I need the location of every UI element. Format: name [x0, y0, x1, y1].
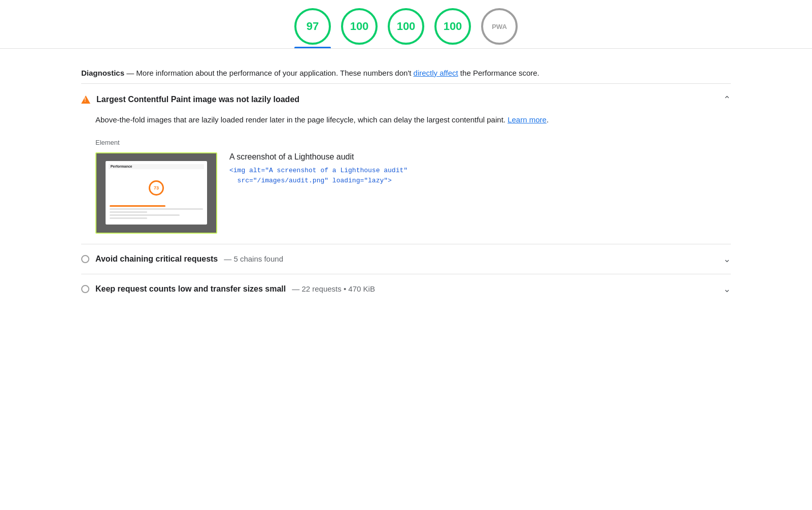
chevron-up-icon: ⌃ [723, 94, 731, 105]
audit-resource-title-row: Keep request counts low and transfer siz… [81, 284, 375, 294]
active-tab-indicator [294, 47, 331, 48]
element-info: A screenshot of a Lighthouse audit <img … [229, 152, 731, 187]
learn-more-link[interactable]: Learn more [507, 115, 547, 124]
chevron-down-icon-2: ⌄ [723, 283, 731, 295]
audit-resource-header[interactable]: Keep request counts low and transfer siz… [81, 283, 731, 295]
element-code: <img alt="A screenshot of a Lighthouse a… [229, 166, 731, 187]
neutral-icon-1 [81, 255, 89, 263]
score-best-practices: 100 [388, 8, 424, 45]
fake-line-5 [110, 217, 147, 219]
fake-line-3 [110, 211, 147, 213]
fake-screenshot: 73 Performance [96, 153, 216, 233]
tab-performance[interactable]: 97 [294, 8, 331, 45]
diagnostics-section: Diagnostics — More information about the… [81, 55, 731, 83]
fake-lines [110, 205, 204, 220]
inactive-tab-indicator-2 [388, 47, 424, 48]
score-accessibility: 100 [341, 8, 378, 45]
score-seo: 100 [434, 8, 471, 45]
diagnostics-description: — More information about the performance… [124, 69, 414, 77]
score-pwa: PWA [481, 8, 518, 45]
audit-title-row: Largest Contentful Paint image was not l… [81, 95, 299, 104]
fake-header: Performance [109, 164, 205, 169]
audit-critical-title-row: Avoid chaining critical requests — 5 cha… [81, 254, 283, 264]
inactive-tab-indicator-1 [341, 47, 378, 48]
chevron-down-icon-1: ⌄ [723, 253, 731, 265]
audit-critical-header[interactable]: Avoid chaining critical requests — 5 cha… [81, 253, 731, 265]
neutral-icon-2 [81, 285, 89, 293]
inactive-tab-indicator-3 [434, 47, 471, 48]
audit-critical-requests: Avoid chaining critical requests — 5 cha… [81, 244, 731, 274]
fake-line-1 [110, 205, 166, 207]
element-label: Element [95, 139, 731, 146]
audit-lcp-title: Largest Contentful Paint image was not l… [96, 95, 299, 104]
element-row: 73 Performance [95, 152, 731, 234]
element-thumbnail: 73 Performance [95, 152, 217, 234]
tab-seo[interactable]: 100 [434, 8, 471, 45]
audit-lcp-description: Above-the-fold images that are lazily lo… [95, 113, 731, 126]
directly-affect-link[interactable]: directly affect [414, 69, 458, 77]
diagnostics-suffix: the Performance score. [458, 69, 539, 77]
audit-lcp-body: Above-the-fold images that are lazily lo… [81, 105, 731, 234]
fake-screenshot-inner: 73 Performance [106, 161, 208, 225]
audit-lcp-lazy-loaded: Largest Contentful Paint image was not l… [81, 83, 731, 244]
fake-line-2 [110, 208, 204, 210]
score-performance: 97 [294, 8, 331, 45]
audit-resource-meta: — 22 requests • 470 KiB [292, 284, 375, 293]
audit-resource-summary: Keep request counts low and transfer siz… [81, 274, 731, 304]
tab-best-practices[interactable]: 100 [388, 8, 424, 45]
audit-critical-meta: — 5 chains found [224, 254, 283, 263]
scores-bar: 97 100 100 100 PWA [0, 0, 812, 45]
tab-pwa[interactable]: PWA [481, 8, 518, 45]
inactive-tab-indicator-4 [481, 47, 518, 48]
fake-line-4 [110, 214, 180, 216]
audit-resource-title: Keep request counts low and transfer siz… [95, 284, 286, 294]
audit-lcp-header[interactable]: Largest Contentful Paint image was not l… [81, 94, 731, 105]
diagnostics-label: Diagnostics [81, 69, 124, 77]
element-alt-text: A screenshot of a Lighthouse audit [229, 152, 731, 162]
warning-icon [81, 95, 90, 104]
fake-score-circle: 73 [149, 180, 164, 196]
main-content: Diagnostics — More information about the… [51, 55, 761, 304]
tab-accessibility[interactable]: 100 [341, 8, 378, 45]
audit-critical-title: Avoid chaining critical requests [95, 254, 218, 264]
